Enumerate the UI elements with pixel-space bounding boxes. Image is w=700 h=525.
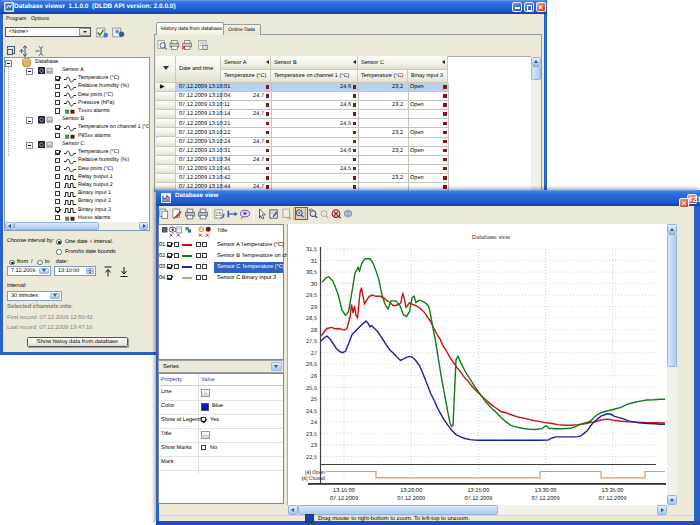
svg-text:24,5: 24,5 bbox=[306, 409, 317, 415]
svg-text:28: 28 bbox=[311, 328, 317, 334]
svg-text:27,5: 27,5 bbox=[306, 339, 317, 345]
svg-text:13:15:00: 13:15:00 bbox=[333, 488, 355, 494]
svg-text:15: 15 bbox=[215, 212, 221, 218]
svg-text:27: 27 bbox=[311, 351, 317, 357]
svg-text:07.12.2009: 07.12.2009 bbox=[330, 496, 358, 502]
svg-text:[4] Open: [4] Open bbox=[305, 470, 325, 476]
svg-text:28,5: 28,5 bbox=[306, 316, 317, 322]
svg-text:29: 29 bbox=[311, 305, 317, 311]
svg-text:31,5: 31,5 bbox=[306, 247, 317, 253]
svg-text:[4] Closed: [4] Closed bbox=[302, 476, 325, 482]
svg-text:13:25:00: 13:25:00 bbox=[468, 488, 490, 494]
svg-text:07.12.2009: 07.12.2009 bbox=[532, 496, 560, 502]
svg-text:Database view: Database view bbox=[472, 234, 511, 241]
svg-text:24: 24 bbox=[311, 420, 317, 426]
svg-text:13:20:00: 13:20:00 bbox=[400, 488, 422, 494]
svg-text:07.12.2009: 07.12.2009 bbox=[397, 496, 425, 502]
svg-text:26,5: 26,5 bbox=[306, 362, 317, 368]
svg-text:23,5: 23,5 bbox=[306, 432, 317, 438]
svg-text:25: 25 bbox=[311, 397, 317, 403]
svg-text:31: 31 bbox=[311, 259, 317, 265]
svg-text:23: 23 bbox=[311, 443, 317, 449]
svg-text:25,5: 25,5 bbox=[306, 386, 317, 392]
svg-text:30: 30 bbox=[311, 282, 317, 288]
svg-text:13:30:00: 13:30:00 bbox=[535, 488, 557, 494]
svg-text:26: 26 bbox=[311, 374, 317, 380]
svg-text:30,5: 30,5 bbox=[306, 270, 317, 276]
svg-text:13:35:00: 13:35:00 bbox=[602, 488, 624, 494]
svg-text:29,5: 29,5 bbox=[306, 293, 317, 299]
svg-text:07.12.2009: 07.12.2009 bbox=[464, 496, 492, 502]
svg-text:22,5: 22,5 bbox=[306, 455, 317, 461]
svg-text:07.12.2009: 07.12.2009 bbox=[599, 496, 627, 502]
